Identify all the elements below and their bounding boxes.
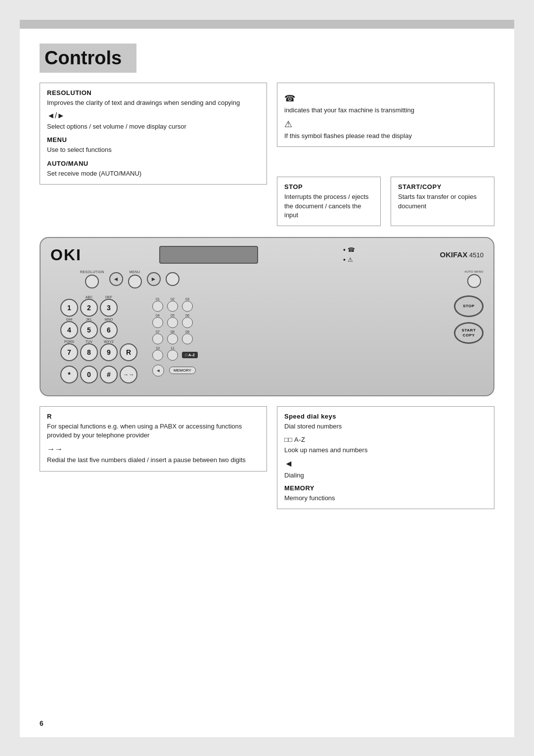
auto-manu-button[interactable] <box>467 274 481 288</box>
start-copy-button[interactable]: STARTCOPY <box>454 322 484 344</box>
key-3-wrapper: DEF 3 <box>100 295 118 317</box>
sd-btn-01[interactable] <box>152 301 163 312</box>
sd-05: 05 <box>167 314 178 328</box>
menu-button[interactable] <box>128 275 142 288</box>
key-star[interactable]: * <box>60 366 78 383</box>
key-5-wrapper: JKL 5 <box>80 318 98 339</box>
sd-btn-11[interactable] <box>167 350 178 361</box>
transmit-symbol-row: ☎ <box>284 93 487 104</box>
az-symbol-text: □□ A-Z <box>284 436 306 443</box>
title-block: Controls <box>40 44 136 73</box>
bottom-layout: R For special functions e.g. when using … <box>40 406 494 515</box>
speed-dial-info: Speed dial keys Dial stored numbers □□ A… <box>277 406 494 509</box>
key-r[interactable]: R <box>120 343 137 361</box>
key-2[interactable]: 2 <box>80 299 98 317</box>
warning-text: If this symbol flashes please read the d… <box>284 132 487 141</box>
warning-symbol-row: ⚠ <box>284 119 487 130</box>
sd-07: 07 <box>152 330 163 344</box>
left-arrow-button[interactable]: ◄ <box>109 272 123 286</box>
sd-btn-05[interactable] <box>167 317 178 328</box>
top-bar <box>20 20 514 29</box>
sd-08: 08 <box>167 330 178 344</box>
sd-btn-04[interactable] <box>152 317 163 328</box>
sd-btn-03[interactable] <box>182 301 193 312</box>
stop-text: Interrupts the process / ejects the docu… <box>284 192 373 220</box>
memory-info-text: Memory functions <box>284 494 487 503</box>
sd-11: 11 <box>167 346 178 361</box>
resolution-section: RESOLUTION Improves the clarity of text … <box>40 83 267 185</box>
r-section: R For special functions e.g. when using … <box>40 406 267 472</box>
resolution-btn-label: RESOLUTION <box>80 270 104 274</box>
dial-info-text: Dialing <box>284 471 487 480</box>
dot-row-2: • ⚠ <box>343 256 353 264</box>
left-col: RESOLUTION Improves the clarity of text … <box>40 83 267 232</box>
key-9-wrapper: WXYZ 9 <box>100 340 118 361</box>
resolution-btn-wrapper: RESOLUTION <box>80 270 104 288</box>
sd-row-1: 01 02 03 <box>152 297 444 312</box>
fax-top-row: OKI • ☎ • ⚠ OKIFAX <box>50 246 484 264</box>
transmit-info-box: ☎ indicates that your fax machine is tra… <box>277 83 494 147</box>
key-9[interactable]: 9 <box>100 343 118 361</box>
main-buttons-area: 1 ABC 2 DEF 3 <box>50 295 484 383</box>
key-hash[interactable]: # <box>100 366 118 383</box>
arrows-symbol: ◄/► <box>47 111 260 120</box>
numpad-row-1: 1 ABC 2 DEF 3 <box>60 295 137 317</box>
memory-button[interactable]: MEMORY <box>169 367 196 374</box>
key-4[interactable]: 4 <box>60 321 78 339</box>
menu-btn-label: MENU <box>130 270 140 274</box>
menu-text: Use to select functions <box>47 145 260 154</box>
start-copy-text: Starts fax transfer or copies document <box>398 192 487 210</box>
dial-symbol-row: ◄ <box>284 459 487 469</box>
sd-btn-10[interactable] <box>152 350 163 361</box>
resolution-button[interactable] <box>85 275 99 288</box>
sd-btn-07[interactable] <box>152 333 163 344</box>
key-0[interactable]: 0 <box>80 366 98 383</box>
speed-dial-grid: 01 02 03 <box>152 297 444 361</box>
stop-start-buttons: STOP STARTCOPY <box>454 295 484 344</box>
az-button[interactable]: □ A-Z <box>182 352 198 358</box>
az-info-text: Look up names and numbers <box>284 446 487 455</box>
auto-manu-btn-wrapper: AUTO MANU <box>464 270 484 288</box>
resolution-text: Improves the clarity of text and drawing… <box>47 98 260 107</box>
indicator-area: • ☎ • ⚠ <box>343 246 355 264</box>
sd-btn-06[interactable] <box>182 317 193 328</box>
key-7[interactable]: 7 <box>60 343 78 361</box>
model-area: OKIFAX 4510 <box>440 250 484 259</box>
dial-button[interactable]: ◄ <box>152 365 164 377</box>
speed-dial-section: 01 02 03 <box>147 295 444 377</box>
bottom-left: R For special functions e.g. when using … <box>40 406 267 515</box>
key-1[interactable]: 1 <box>60 299 78 317</box>
numpad-row-4: * 0 # →→ <box>60 362 137 383</box>
speed-dial-keys-label: Speed dial keys <box>284 413 487 420</box>
numpad-row-3: PQRS 7 TUV 8 WXYZ 9 <box>60 340 137 361</box>
memory-label: MEMORY <box>284 484 487 492</box>
auto-manu-label: AUTO/MANU <box>47 160 260 167</box>
key-2-wrapper: ABC 2 <box>80 295 98 317</box>
key-6[interactable]: 6 <box>100 321 118 339</box>
key-8-wrapper: TUV 8 <box>80 340 98 361</box>
transmit-text: indicates that your fax machine is trans… <box>284 106 487 115</box>
extra-button[interactable] <box>166 272 179 286</box>
key-5[interactable]: 5 <box>80 321 98 339</box>
az-symbol-row: □□ A-Z <box>284 435 487 444</box>
sd-03: 03 <box>182 297 193 312</box>
key-3[interactable]: 3 <box>100 299 118 317</box>
page-number: 6 <box>40 719 44 727</box>
redial-symbol: →→ <box>47 445 260 454</box>
right-col: ☎ indicates that your fax machine is tra… <box>267 83 494 232</box>
page: Controls RESOLUTION Improves the clarity… <box>20 20 514 737</box>
stop-button[interactable]: STOP <box>454 295 484 317</box>
start-copy-label: START/COPY <box>398 183 487 190</box>
key-8[interactable]: 8 <box>80 343 98 361</box>
fax-display <box>159 246 258 264</box>
r-label: R <box>47 413 260 420</box>
sd-btn-08[interactable] <box>167 333 178 344</box>
key-redial[interactable]: →→ <box>120 366 137 383</box>
page-inner: Controls RESOLUTION Improves the clarity… <box>20 29 514 535</box>
redial-text: Redial the last five numbers dialed / in… <box>47 456 260 465</box>
sd-btn-09[interactable] <box>182 333 193 344</box>
right-arrow-button[interactable]: ► <box>147 272 161 286</box>
stop-start-row: STOP Interrupts the process / ejects the… <box>277 177 494 232</box>
sd-btn-02[interactable] <box>167 301 178 312</box>
stop-label: STOP <box>284 183 373 190</box>
